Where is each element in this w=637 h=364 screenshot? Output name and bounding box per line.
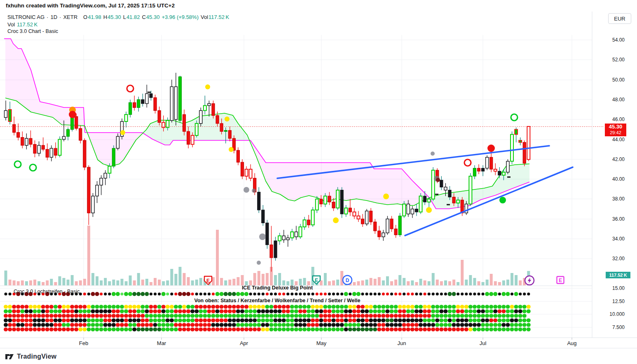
lochstreifen-dot	[132, 309, 136, 313]
lochstreifen-dot	[190, 323, 194, 327]
lochstreifen-dot	[510, 323, 514, 327]
volume-bar	[419, 279, 422, 285]
candle-body	[141, 100, 144, 104]
candle-body	[100, 178, 103, 185]
lochstreifen-dot	[435, 314, 439, 318]
lochstreifen-dot	[95, 309, 99, 313]
lochstreifen-dot	[224, 305, 228, 309]
lochstreifen-dot	[78, 327, 82, 331]
volume-bar	[324, 273, 327, 285]
lochstreifen-dot	[124, 305, 128, 309]
volume-bar	[195, 280, 198, 285]
lochstreifen-dot	[460, 327, 464, 331]
lochstreifen-dot	[481, 305, 485, 309]
lochstreifen-dot	[373, 309, 377, 313]
candle-body	[494, 169, 497, 171]
lochstreifen-dot	[16, 327, 20, 331]
lochstreifen-dot	[419, 314, 423, 318]
lochstreifen-dot	[28, 323, 33, 327]
lochstreifen-dot	[493, 323, 497, 327]
lochstreifen-dot	[489, 309, 493, 313]
lochstreifen-dot	[12, 327, 16, 331]
dividend-badge[interactable]: D	[343, 275, 352, 285]
lochstreifen-dot	[103, 309, 108, 313]
lochstreifen-dot	[510, 327, 514, 331]
lochstreifen-dot	[265, 314, 269, 318]
last-price-badge: 45.30 29:42	[605, 124, 626, 136]
lochstreifen-dot	[37, 314, 41, 318]
lochstreifen-dot	[112, 318, 116, 322]
lochstreifen-dot	[112, 327, 116, 331]
lochstreifen-dot	[261, 309, 265, 313]
lochstreifen-dot	[518, 327, 522, 331]
lochstreifen-dot	[298, 309, 302, 313]
lochstreifen-dot	[381, 309, 385, 313]
lochstreifen-dot	[294, 327, 298, 331]
lochstreifen-dot	[394, 292, 397, 295]
lochstreifen-dot	[302, 314, 307, 318]
croc-chart-indicator-legend[interactable]: Croc 3.0 Chart - Basic	[7, 28, 58, 34]
lochstreifen-indicator-legend[interactable]: Croc 3.0 Lochstreifen - Basic	[14, 289, 80, 294]
lochstreifen-dot	[215, 314, 220, 318]
alert-bolt-icon[interactable]	[525, 276, 534, 285]
lochstreifen-dot	[186, 327, 190, 331]
currency-button[interactable]: EUR	[608, 13, 631, 24]
candle-body	[154, 98, 157, 110]
lochstreifen-dot	[249, 292, 252, 295]
volume-indicator-legend[interactable]: Vol 117.52 K	[7, 21, 37, 28]
lochstreifen-dot	[203, 323, 207, 327]
volume-bar	[506, 280, 509, 285]
lochstreifen-dot	[248, 309, 253, 313]
volume-bar	[228, 280, 231, 285]
candle-body	[324, 196, 327, 204]
lochstreifen-dot	[373, 327, 377, 331]
lochstreifen-dot	[20, 323, 24, 327]
lochstreifen-dot	[501, 305, 506, 309]
lochstreifen-dot	[58, 323, 62, 327]
volume-bar	[87, 226, 90, 285]
symbol-legend[interactable]: SILTRONIC AG · 1D · XETR O41.98 H45.30 L…	[7, 14, 229, 20]
month-label: Jun	[398, 340, 406, 346]
lochstreifen-dot	[365, 314, 369, 318]
lochstreifen-dot	[116, 292, 120, 296]
lochstreifen-dot	[74, 314, 78, 318]
tradingview-brand[interactable]: TradingView	[5, 352, 56, 361]
candle-body	[125, 114, 128, 121]
lochstreifen-dot	[468, 309, 473, 313]
price-chart-canvas[interactable]: EEDE	[0, 0, 637, 364]
lochstreifen-dot	[443, 327, 447, 331]
price-axis-label: 54.00	[612, 37, 625, 43]
lochstreifen-dot	[410, 318, 415, 322]
earnings-badge[interactable]: E	[557, 277, 564, 284]
lochstreifen-dot	[112, 314, 116, 318]
lochstreifen-dot	[8, 305, 12, 309]
lochstreifen-dot	[294, 314, 298, 318]
lochstreifen-dot	[174, 314, 178, 318]
indicator-watermark-rows: Von oben: Status / Kerzenfarbe / Wolkenf…	[194, 298, 361, 303]
lochstreifen-dot	[369, 314, 373, 318]
lochstreifen-dot	[33, 309, 37, 313]
lochstreifen-dot	[261, 327, 265, 331]
volume-bar	[166, 280, 169, 285]
lochstreifen-dot	[506, 309, 510, 313]
lochstreifen-dot	[182, 292, 186, 296]
lochstreifen-dot	[302, 309, 307, 313]
volume-bar	[415, 282, 418, 285]
lochstreifen-dot	[24, 323, 28, 327]
lochstreifen-dot	[54, 323, 58, 327]
candle-body	[137, 100, 140, 107]
lochstreifen-dot	[207, 323, 211, 327]
gray-dot-marker	[252, 189, 256, 193]
vol-row-value: 117.52 K	[17, 21, 37, 28]
lochstreifen-dot	[215, 327, 220, 331]
lochstreifen-dot	[501, 323, 506, 327]
lochstreifen-dot	[70, 327, 74, 331]
lochstreifen-dot	[87, 309, 91, 313]
yellow-dot-marker	[205, 84, 210, 89]
lochstreifen-dot	[248, 318, 253, 322]
lochstreifen-dot	[70, 318, 74, 322]
legend-separator: ·	[47, 14, 48, 20]
lochstreifen-dot	[41, 305, 45, 309]
lochstreifen-dot	[307, 327, 311, 331]
candle-body	[295, 232, 297, 237]
